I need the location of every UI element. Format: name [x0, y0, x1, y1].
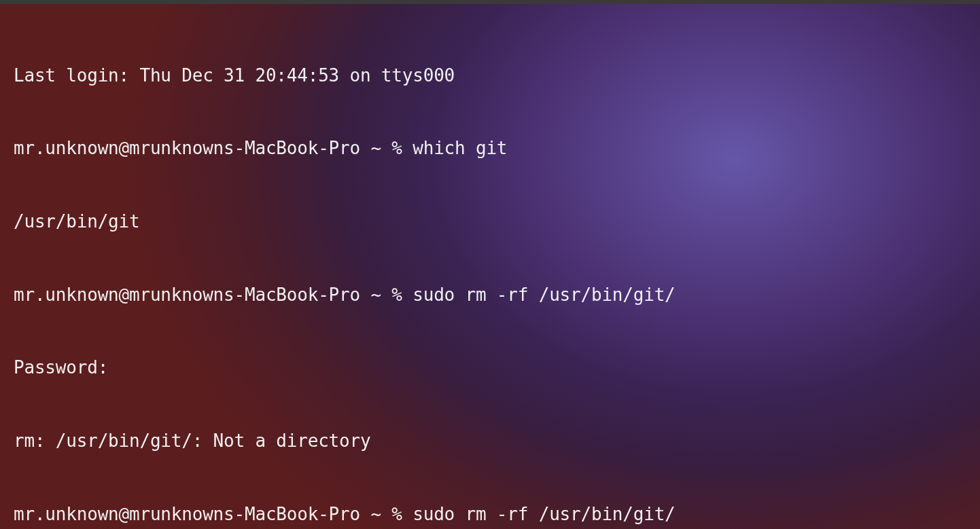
shell-prompt: mr.unknown@mrunknowns-MacBook-Pro ~ % — [14, 503, 413, 527]
command-text: which git — [413, 136, 507, 161]
command-line: mr.unknown@mrunknowns-MacBook-Pro ~ % su… — [14, 503, 966, 527]
error-output: rm: /usr/bin/git/: Not a directory — [14, 429, 966, 454]
terminal-window[interactable]: Last login: Thu Dec 31 20:44:53 on ttys0… — [0, 0, 980, 529]
command-text: sudo rm -rf /usr/bin/git/ — [413, 283, 675, 308]
command-text: sudo rm -rf /usr/bin/git/ — [413, 503, 675, 527]
terminal-output-area[interactable]: Last login: Thu Dec 31 20:44:53 on ttys0… — [14, 15, 966, 529]
command-line: mr.unknown@mrunknowns-MacBook-Pro ~ % su… — [14, 283, 966, 308]
login-message: Last login: Thu Dec 31 20:44:53 on ttys0… — [14, 64, 966, 88]
command-line: mr.unknown@mrunknowns-MacBook-Pro ~ % wh… — [14, 136, 966, 161]
output-line: /usr/bin/git — [14, 210, 966, 234]
password-prompt: Password: — [14, 356, 966, 380]
shell-prompt: mr.unknown@mrunknowns-MacBook-Pro ~ % — [14, 283, 413, 308]
shell-prompt: mr.unknown@mrunknowns-MacBook-Pro ~ % — [14, 136, 413, 161]
